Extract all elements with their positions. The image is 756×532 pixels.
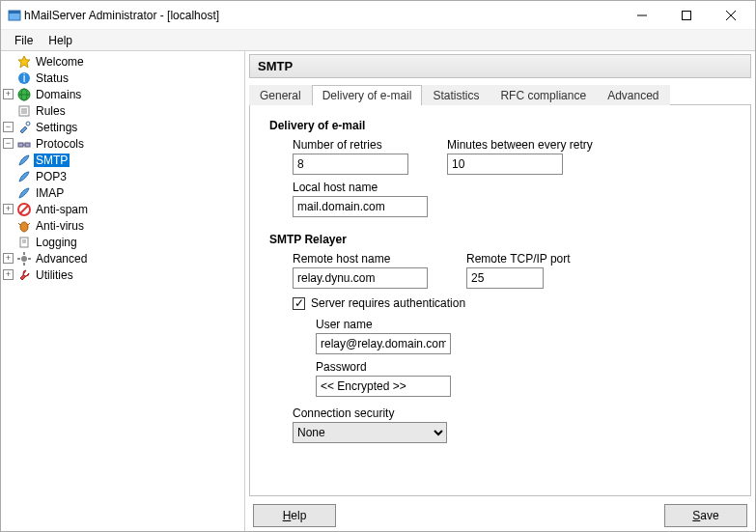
tab-body: Delivery of e-mail Number of retries Min… (249, 105, 751, 496)
svg-rect-17 (18, 143, 23, 147)
tree-status[interactable]: iStatus (1, 70, 244, 86)
label-remote-port: Remote TCP/IP port (466, 252, 571, 266)
tree-rules[interactable]: Rules (1, 102, 244, 119)
help-button[interactable]: Help (253, 504, 336, 527)
tab-general[interactable]: General (249, 85, 312, 105)
tree-antivirus[interactable]: Anti-virus (1, 217, 244, 234)
info-icon: i (16, 70, 32, 86)
svg-rect-3 (683, 11, 691, 19)
titlebar: hMailServer Administrator - [localhost] (1, 1, 755, 30)
nav-tree: Welcome iStatus +Domains Rules −Settings… (1, 53, 244, 283)
expander-icon[interactable]: + (3, 253, 14, 264)
app-icon (7, 8, 22, 23)
star-icon (16, 54, 32, 70)
globe-icon (16, 87, 32, 102)
input-password[interactable] (316, 376, 451, 397)
input-retries[interactable] (293, 154, 408, 175)
expander-icon[interactable]: + (3, 204, 14, 214)
tab-advanced[interactable]: Advanced (597, 85, 669, 105)
svg-rect-18 (25, 143, 30, 147)
menu-help[interactable]: Help (41, 32, 80, 49)
label-retries: Number of retries (293, 138, 408, 152)
section-delivery: Delivery of e-mail (269, 119, 731, 132)
expander-icon[interactable]: − (3, 138, 14, 149)
tree-antispam[interactable]: +Anti-spam (1, 201, 244, 217)
tree-advanced[interactable]: +Advanced (1, 250, 244, 266)
tab-strip: General Delivery of e-mail Statistics RF… (249, 84, 751, 105)
select-connsec[interactable]: None (293, 422, 447, 443)
tree-domains[interactable]: +Domains (1, 86, 244, 102)
label-remote-host: Remote host name (293, 252, 428, 266)
block-icon (16, 202, 32, 217)
expander-icon[interactable]: − (3, 122, 14, 132)
svg-rect-1 (9, 11, 20, 14)
tree-settings[interactable]: −Settings (1, 119, 244, 135)
label-auth: Server requires authentication (311, 296, 465, 310)
input-localhost[interactable] (293, 196, 428, 217)
tree-welcome[interactable]: Welcome (1, 53, 244, 70)
menubar: File Help (1, 30, 755, 51)
menu-file[interactable]: File (7, 32, 41, 49)
save-button[interactable]: Save (664, 504, 747, 527)
tab-delivery[interactable]: Delivery of e-mail (312, 85, 423, 105)
minimize-button[interactable] (620, 1, 664, 30)
close-button[interactable] (709, 1, 753, 30)
rules-icon (16, 103, 32, 119)
svg-line-24 (28, 223, 30, 225)
label-minutes: Minutes between every retry (447, 138, 593, 152)
svg-text:i: i (23, 71, 26, 85)
maximize-button[interactable] (664, 1, 709, 30)
panel-title: SMTP (249, 54, 751, 78)
feather-icon (16, 153, 32, 168)
input-minutes[interactable] (447, 154, 563, 175)
section-relayer: SMTP Relayer (269, 233, 731, 246)
feather-icon (16, 169, 32, 184)
tree-protocols[interactable]: −Protocols (1, 135, 244, 152)
tab-rfc[interactable]: RFC compliance (490, 85, 597, 105)
gear-icon (16, 251, 32, 266)
input-username[interactable] (316, 333, 451, 354)
bug-icon (16, 218, 32, 234)
svg-point-28 (21, 256, 27, 262)
main-body: Welcome iStatus +Domains Rules −Settings… (1, 51, 755, 531)
label-localhost: Local host name (293, 181, 731, 194)
feather-icon (16, 185, 32, 201)
footer: Help Save (249, 496, 751, 527)
svg-point-16 (26, 122, 30, 126)
log-icon (16, 235, 32, 250)
tree-smtp[interactable]: SMTP (1, 152, 244, 168)
tree-pop3[interactable]: POP3 (1, 168, 244, 184)
tree-pane: Welcome iStatus +Domains Rules −Settings… (1, 51, 245, 531)
svg-marker-6 (18, 56, 30, 68)
window-title: hMailServer Administrator - [localhost] (24, 9, 620, 22)
svg-line-21 (20, 206, 28, 213)
label-password: Password (316, 360, 731, 374)
window-controls (620, 1, 753, 30)
tree-imap[interactable]: IMAP (1, 184, 244, 201)
app-window: hMailServer Administrator - [localhost] … (0, 0, 756, 532)
protocols-icon (16, 136, 32, 152)
tree-utilities[interactable]: +Utilities (1, 266, 244, 283)
expander-icon[interactable]: + (3, 89, 14, 99)
wrench-icon (16, 267, 32, 283)
input-remote-port[interactable] (466, 267, 544, 289)
tools-icon (16, 120, 32, 135)
label-username: User name (316, 318, 731, 331)
content-pane: SMTP General Delivery of e-mail Statisti… (245, 51, 755, 531)
checkbox-auth[interactable]: ✓ (293, 297, 305, 310)
expander-icon[interactable]: + (3, 269, 14, 280)
svg-point-22 (20, 222, 28, 232)
label-connsec: Connection security (293, 406, 731, 420)
tab-statistics[interactable]: Statistics (422, 85, 490, 105)
input-remote-host[interactable] (293, 267, 428, 289)
tree-logging[interactable]: Logging (1, 234, 244, 250)
svg-line-23 (18, 223, 20, 225)
